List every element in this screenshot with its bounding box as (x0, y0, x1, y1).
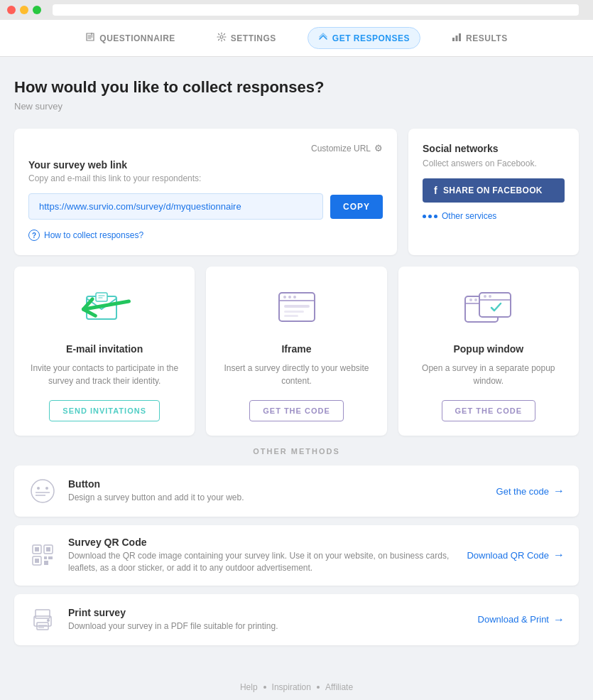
svg-point-24 (45, 487, 48, 490)
footer-dot-1 (263, 686, 266, 689)
print-method-desc: Download your survey in a PDF file suita… (68, 620, 467, 632)
results-icon (452, 32, 462, 44)
svg-rect-3 (459, 33, 461, 41)
qr-method-action-label: Download QR Code (467, 550, 549, 561)
how-to-label: How to collect responses? (44, 230, 143, 240)
iframe-get-code-button[interactable]: GET THE CODE (249, 400, 344, 421)
nav-get-responses[interactable]: GET RESPONSES (308, 27, 420, 49)
main-content: How would you like to collect responses?… (0, 57, 593, 668)
email-card-title: E-mail invitation (26, 343, 183, 355)
print-method-row: Print survey Download your survey in a P… (14, 594, 579, 645)
get-responses-icon (318, 32, 328, 44)
button-method-icon (28, 477, 57, 505)
navigation: QUESTIONNAIRE SETTINGS GET RESPONSES (0, 20, 593, 57)
how-to-link[interactable]: ? How to collect responses? (28, 230, 383, 241)
svg-point-16 (469, 298, 472, 301)
svg-point-23 (37, 487, 40, 490)
nav-questionnaire[interactable]: QUESTIONNAIRE (75, 28, 185, 48)
iframe-card: Iframe Insert a survey directly to your … (206, 266, 386, 436)
nav-settings-label: SETTINGS (231, 33, 276, 43)
button-method-desc: Design a survey button and add it to you… (68, 492, 485, 504)
print-method-action-label: Download & Print (478, 614, 549, 625)
other-services-link[interactable]: Other services (423, 211, 565, 221)
nav-results[interactable]: RESULTS (442, 28, 518, 48)
print-method-action[interactable]: Download & Print → (478, 613, 565, 626)
print-arrow-icon: → (553, 613, 565, 626)
button-method-action-label: Get the code (496, 486, 549, 497)
svg-rect-33 (44, 556, 47, 559)
svg-rect-1 (452, 38, 455, 41)
maximize-button[interactable] (33, 6, 41, 14)
svg-point-8 (283, 296, 286, 298)
dots-icon (423, 215, 437, 218)
email-icon-container (26, 284, 183, 333)
email-card-desc: Invite your contacts to participate in t… (26, 362, 183, 387)
facebook-icon: f (434, 185, 437, 196)
popup-card-title: Popup window (410, 343, 567, 355)
qr-method-title: Survey QR Code (68, 537, 455, 548)
svg-point-17 (474, 298, 477, 301)
button-icon (30, 478, 55, 504)
titlebar (0, 0, 593, 20)
print-icon (30, 607, 55, 632)
svg-rect-36 (36, 610, 50, 618)
print-method-icon (28, 605, 57, 634)
survey-url: https://www.survio.com/survey/d/myquesti… (28, 193, 323, 220)
customize-url-row: Customize URL ⚙ (28, 143, 383, 154)
email-card: E-mail invitation Invite your contacts t… (14, 266, 195, 436)
page-title: How would you like to collect responses? (14, 78, 579, 97)
footer-affiliate-link[interactable]: Affiliate (325, 682, 353, 692)
print-method-title: Print survey (68, 607, 467, 618)
copy-button[interactable]: COPY (330, 195, 383, 219)
iframe-card-title: Iframe (217, 343, 375, 355)
web-link-subtitle: Copy and e-mail this link to your respon… (28, 173, 383, 183)
facebook-share-button[interactable]: f SHARE ON FACEBOOK (423, 178, 565, 203)
popup-card: Popup window Open a survey in a separate… (398, 266, 579, 436)
social-subtitle: Collect answers on Facebook. (423, 158, 565, 168)
qr-method-info: Survey QR Code Download the QR code imag… (68, 537, 455, 574)
svg-rect-30 (46, 547, 50, 551)
questionnaire-icon (85, 32, 95, 44)
svg-point-0 (220, 36, 223, 38)
svg-rect-32 (35, 559, 39, 563)
qr-method-desc: Download the QR code image containing yo… (68, 550, 455, 574)
footer-inspiration-link[interactable]: Inspiration (272, 682, 311, 692)
method-cards-row: E-mail invitation Invite your contacts t… (14, 266, 579, 436)
settings-icon (217, 32, 227, 44)
minimize-button[interactable] (20, 6, 28, 14)
footer: Help Inspiration Affiliate (0, 668, 593, 700)
qr-method-action[interactable]: Download QR Code → (467, 549, 565, 561)
top-section: Customize URL ⚙ Your survey web link Cop… (14, 129, 579, 255)
button-method-info: Button Design a survey button and add it… (68, 478, 485, 504)
close-button[interactable] (7, 6, 16, 14)
send-invitations-button[interactable]: SEND INVITATIONS (49, 400, 160, 421)
popup-icon (462, 289, 515, 328)
footer-dot-2 (317, 686, 320, 689)
customize-url-label: Customize URL (311, 144, 371, 154)
footer-help-link[interactable]: Help (240, 682, 258, 692)
web-link-card: Customize URL ⚙ Your survey web link Cop… (14, 129, 397, 255)
svg-rect-11 (284, 305, 310, 308)
qr-method-row: Survey QR Code Download the QR code imag… (14, 525, 579, 586)
svg-point-39 (47, 619, 50, 622)
button-method-row: Button Design a survey button and add it… (14, 465, 579, 517)
svg-rect-12 (284, 311, 304, 313)
qr-arrow-icon: → (553, 549, 565, 561)
button-method-action[interactable]: Get the code → (496, 485, 565, 497)
nav-get-responses-label: GET RESPONSES (332, 33, 410, 43)
nav-questionnaire-label: QUESTIONNAIRE (99, 33, 175, 43)
qr-icon (30, 542, 55, 568)
svg-point-10 (293, 296, 296, 298)
svg-point-21 (489, 295, 491, 298)
nav-results-label: RESULTS (466, 33, 508, 43)
facebook-btn-label: SHARE ON FACEBOOK (443, 185, 543, 195)
popup-icon-container (410, 284, 567, 333)
question-icon: ? (28, 230, 40, 241)
iframe-icon (273, 289, 320, 328)
svg-rect-34 (48, 556, 53, 559)
other-services-label: Other services (442, 211, 496, 221)
nav-settings[interactable]: SETTINGS (207, 28, 286, 48)
customize-gear-icon[interactable]: ⚙ (374, 143, 383, 154)
email-icon-wrap (83, 289, 126, 328)
popup-get-code-button[interactable]: GET THE CODE (442, 400, 536, 421)
